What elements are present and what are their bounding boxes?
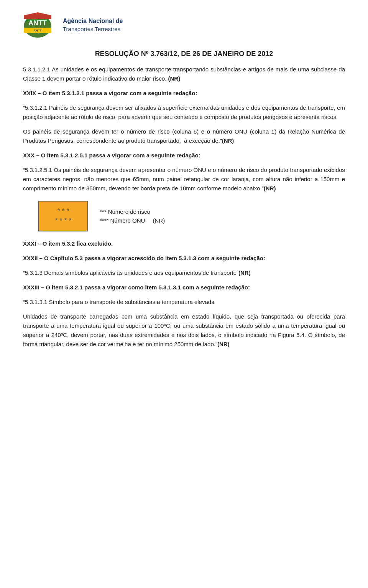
agency-name-regular: Transportes Terrestres — [63, 25, 123, 33]
logo-area: ANTT ANTT Agência Nacional de Transporte… — [23, 12, 123, 38]
paragraph-6: “5.3.1.2.5.1 Os painéis de segurança dev… — [23, 165, 345, 193]
panel-row2: * * * * — [55, 217, 71, 225]
paragraph-4: Os painéis de segurança devem ter o núme… — [23, 127, 345, 145]
header: ANTT ANTT Agência Nacional de Transporte… — [23, 12, 345, 38]
paragraph-9: XXXII – O Capítulo 5.3 passa a vigorar a… — [23, 254, 345, 263]
panel-label-risco: *** Número de risco — [100, 208, 165, 215]
panel-illustration: * * * * * * * *** Número de risco **** N… — [38, 201, 345, 231]
paragraph-2: XXIX – O item 5.3.1.2.1 passa a vigorar … — [23, 89, 345, 98]
panel-row1: * * * — [57, 207, 69, 215]
panel-label-onu: **** Número ONU (NR) — [100, 217, 165, 224]
antt-logo: ANTT ANTT — [23, 12, 58, 38]
agency-name-bold: Agência Nacional de — [63, 17, 123, 25]
svg-text:ANTT: ANTT — [33, 29, 41, 32]
paragraph-11: XXXIII – O item 5.3.2.1 passa a vigorar … — [23, 283, 345, 292]
agency-name: Agência Nacional de Transportes Terrestr… — [63, 17, 123, 33]
paragraph-3: “5.3.1.2.1 Painéis de segurança devem se… — [23, 103, 345, 122]
paragraph-8: XXXI – O item 5.3.2 fica excluído. — [23, 239, 345, 248]
paragraph-12: “5.3.1.3.1 Símbolo para o transporte de … — [23, 297, 345, 307]
paragraph-10: “5.3.1.3 Demais símbolos aplicáveis às u… — [23, 268, 345, 277]
page: ANTT ANTT Agência Nacional de Transporte… — [0, 0, 368, 588]
resolution-title: RESOLUÇÃO Nº 3.763/12, DE 26 DE JANEIRO … — [23, 50, 345, 58]
paragraph-5: XXX – O item 5.3.1.2.5.1 passa a vigorar… — [23, 151, 345, 160]
paragraph-13: Unidades de transporte carregadas com um… — [23, 312, 345, 349]
svg-text:ANTT: ANTT — [28, 19, 47, 27]
svg-marker-2 — [24, 12, 51, 19]
orange-panel: * * * * * * * — [38, 201, 88, 231]
panel-labels: *** Número de risco **** Número ONU (NR) — [100, 208, 165, 224]
paragraph-1: 5.3.1.1.2.1 As unidades e os equipamento… — [23, 65, 345, 83]
